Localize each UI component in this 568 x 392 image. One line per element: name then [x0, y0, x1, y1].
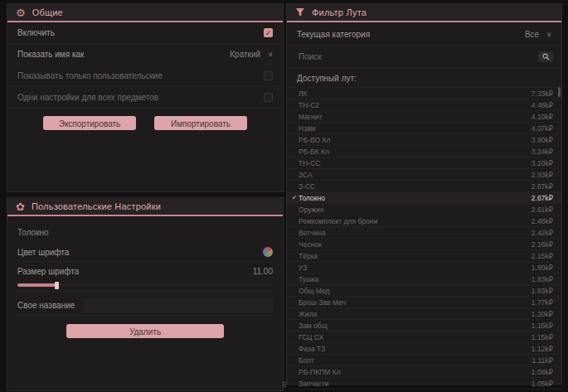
list-item[interactable]: ТН-С24.48k₽ [287, 99, 561, 110]
item-name: РБ-ПКПМ Кл [299, 368, 532, 376]
list-item[interactable]: РБ-ПКПМ Кл1.08k₽ [287, 365, 561, 377]
list-item[interactable]: Тёрка2.15k₽ [287, 249, 561, 261]
same-settings-checkbox[interactable] [264, 93, 273, 102]
list-item[interactable]: Ветчина2.42k₽ [287, 226, 561, 238]
list-item[interactable]: РБ-ВО Кл3.90k₽ [287, 133, 561, 145]
item-name: Нзам [299, 124, 532, 133]
slider-fill [17, 283, 56, 287]
list-item[interactable]: УЗ1.90k₽ [287, 261, 561, 273]
list-item[interactable]: Жила1.20k₽ [287, 307, 561, 319]
list-item[interactable]: Магнит4.10k₽ [287, 110, 561, 122]
item-price: 1.15k₽ [532, 333, 553, 341]
loot-filter-panel-header: Фильтр Лута [287, 4, 561, 22]
item-price: 4.07k₽ [532, 124, 553, 133]
item-name: Магнит [299, 113, 532, 121]
item-price: 1.16k₽ [532, 322, 553, 330]
item-name: Фаза ТЗ [299, 345, 532, 353]
general-panel-header: ⚙ Общие [7, 4, 283, 22]
font-size-slider[interactable] [17, 281, 273, 289]
name-display-dropdown[interactable]: Краткий ∨ [230, 50, 273, 59]
item-name: ЗСА [299, 171, 532, 179]
item-price: 1.08k₽ [532, 368, 553, 376]
item-price: 3.24k₽ [532, 148, 553, 156]
list-item[interactable]: Тушка1.83k₽ [287, 273, 561, 284]
user-settings-panel-header: ✿ Пользовательские Настройки [7, 198, 283, 216]
list-item[interactable]: Фаза ТЗ1.12k₽ [287, 342, 561, 354]
item-name: Жила [299, 310, 532, 318]
list-item[interactable]: ЛК7.33k₽ [287, 87, 561, 99]
name-display-value: Краткий [230, 50, 260, 59]
category-label: Текущая категория [297, 30, 370, 39]
drag-handle-icon[interactable]: ⠿ [279, 381, 290, 390]
delete-button[interactable]: Удалить [66, 324, 224, 338]
list-item[interactable]: Чеснок2.16k₽ [287, 238, 561, 249]
funnel-icon [295, 7, 305, 17]
item-price: 3.90k₽ [532, 136, 553, 144]
item-name: Зам общ [299, 322, 532, 330]
list-item[interactable]: ЗСА2.93k₽ [287, 168, 561, 180]
item-price: 7.33k₽ [532, 90, 553, 98]
item-price: 2.67k₽ [532, 182, 553, 191]
item-price: 3.10k₽ [532, 159, 553, 167]
custom-only-label: Показывать только пользовательские [17, 71, 163, 80]
loot-filter-panel: Фильтр Лута Текущая категория Все ∨ Дост… [286, 3, 562, 385]
color-wheel-icon[interactable] [263, 247, 273, 257]
custom-name-input[interactable] [83, 298, 273, 312]
item-price: 2.93k₽ [532, 171, 553, 179]
item-name: Тушка [299, 275, 532, 283]
list-item[interactable]: ТН-СС3.10k₽ [287, 157, 561, 168]
search-button[interactable] [538, 51, 553, 62]
flower-icon: ✿ [16, 201, 25, 212]
category-dropdown[interactable]: Все ∨ [525, 30, 551, 39]
item-price: 1.83k₽ [532, 275, 553, 283]
general-panel-title: Общие [32, 7, 63, 17]
custom-name-label: Свое название [17, 301, 75, 310]
item-price: 4.48k₽ [532, 101, 553, 109]
list-item[interactable]: Оружие2.61k₽ [287, 203, 561, 215]
item-price: 1.12k₽ [532, 345, 553, 353]
chevron-down-icon: ∨ [268, 51, 273, 58]
font-size-value: 11.00 [253, 267, 273, 276]
list-item[interactable]: ГСЦ СХ1.15k₽ [287, 331, 561, 342]
item-name: ТН-СС [299, 159, 532, 167]
list-item[interactable]: РБ-БК Кл3.24k₽ [287, 145, 561, 157]
item-name: ГСЦ СХ [299, 333, 532, 341]
item-name: Общ Мед [299, 287, 532, 295]
item-name: РБ-БК Кл [299, 148, 532, 156]
enable-checkbox[interactable]: ✓ [264, 28, 273, 37]
item-name: Ремкомплект для брони [299, 217, 532, 225]
item-name: ЛК [299, 90, 532, 98]
list-item[interactable]: ✓Толокно2.67k₽ [287, 191, 561, 203]
import-button[interactable]: Импортировать [154, 116, 247, 130]
selected-item-name: Толокно [17, 228, 273, 237]
list-item[interactable]: Ремкомплект для брони2.48k₽ [287, 215, 561, 226]
chevron-down-icon: ∨ [546, 31, 551, 38]
enable-label: Включить [17, 28, 55, 37]
same-settings-label: Одни настройки для всех предметов [17, 93, 158, 102]
list-item[interactable]: Запчасти1.05k₽ [287, 377, 561, 389]
item-price: 1.05k₽ [532, 380, 553, 388]
search-input[interactable] [297, 51, 532, 62]
list-item[interactable]: З-СС2.67k₽ [287, 180, 561, 191]
item-price: 2.16k₽ [532, 240, 553, 249]
item-price: 1.20k₽ [532, 310, 553, 318]
list-item[interactable]: Общ Мед1.83k₽ [287, 284, 561, 296]
custom-only-checkbox[interactable] [264, 71, 273, 80]
general-panel: ⚙ Общие Включить ✓ Показать имя как Крат… [7, 3, 284, 192]
list-item[interactable]: Зам общ1.16k₽ [287, 319, 561, 331]
list-item[interactable]: 0.2BTC1.03k₽ [287, 389, 561, 392]
item-price: 1.90k₽ [532, 264, 553, 272]
user-settings-panel-title: Пользовательские Настройки [32, 201, 161, 211]
item-name: З-СС [299, 182, 532, 191]
item-price: 1.83k₽ [532, 287, 553, 295]
item-price: 1.11k₽ [532, 356, 553, 365]
list-item[interactable]: Нзам4.07k₽ [287, 122, 561, 133]
scrollbar-thumb[interactable] [558, 87, 561, 97]
list-item[interactable]: Болт1.11k₽ [287, 354, 561, 365]
item-name: РБ-ВО Кл [299, 136, 532, 144]
item-name: Толокно [299, 194, 532, 202]
item-price: 2.61k₽ [532, 206, 553, 214]
export-button[interactable]: Экспортировать [43, 116, 136, 130]
list-item[interactable]: Брош Зав Меч1.77k₽ [287, 296, 561, 307]
slider-handle[interactable] [55, 282, 59, 289]
